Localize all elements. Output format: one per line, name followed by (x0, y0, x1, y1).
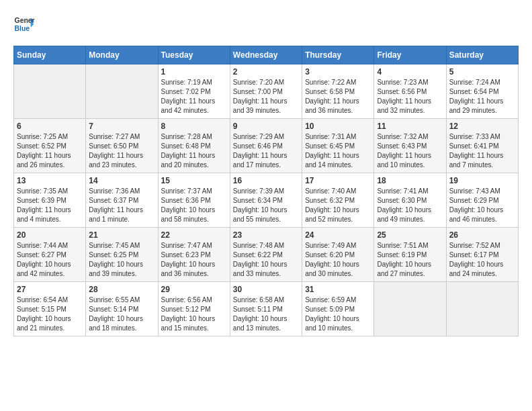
calendar-cell: 18Sunrise: 7:41 AM Sunset: 6:30 PM Dayli… (374, 173, 446, 228)
calendar-cell: 23Sunrise: 7:48 AM Sunset: 6:22 PM Dayli… (230, 228, 302, 282)
calendar-cell (374, 282, 446, 336)
calendar-cell: 8Sunrise: 7:28 AM Sunset: 6:48 PM Daylig… (158, 119, 230, 173)
day-number: 18 (377, 176, 443, 185)
day-info: Sunrise: 7:28 AM Sunset: 6:48 PM Dayligh… (161, 132, 227, 170)
logo: General Blue (13, 13, 38, 35)
day-number: 8 (161, 122, 227, 131)
calendar-cell: 10Sunrise: 7:31 AM Sunset: 6:45 PM Dayli… (302, 119, 374, 173)
column-header-friday: Friday (374, 46, 446, 64)
calendar-cell: 5Sunrise: 7:24 AM Sunset: 6:54 PM Daylig… (446, 64, 518, 119)
column-header-wednesday: Wednesday (230, 46, 302, 64)
day-info: Sunrise: 7:27 AM Sunset: 6:50 PM Dayligh… (89, 132, 154, 170)
day-info: Sunrise: 6:59 AM Sunset: 5:09 PM Dayligh… (305, 295, 371, 333)
day-number: 19 (449, 176, 515, 185)
day-number: 26 (449, 230, 515, 240)
calendar-cell: 21Sunrise: 7:45 AM Sunset: 6:25 PM Dayli… (86, 228, 158, 282)
day-number: 7 (89, 122, 154, 131)
day-number: 22 (161, 230, 227, 240)
day-info: Sunrise: 7:48 AM Sunset: 6:22 PM Dayligh… (233, 241, 299, 279)
day-number: 16 (233, 176, 299, 185)
calendar-header-row: SundayMondayTuesdayWednesdayThursdayFrid… (14, 46, 519, 64)
calendar-cell: 2Sunrise: 7:20 AM Sunset: 7:00 PM Daylig… (230, 64, 302, 119)
day-info: Sunrise: 7:29 AM Sunset: 6:46 PM Dayligh… (233, 132, 299, 170)
column-header-monday: Monday (86, 46, 158, 64)
day-info: Sunrise: 7:25 AM Sunset: 6:52 PM Dayligh… (17, 132, 83, 170)
day-number: 20 (17, 230, 83, 240)
calendar-cell (14, 64, 86, 119)
logo-icon: General Blue (13, 13, 35, 35)
calendar-cell: 13Sunrise: 7:35 AM Sunset: 6:39 PM Dayli… (14, 173, 86, 228)
day-info: Sunrise: 7:36 AM Sunset: 6:37 PM Dayligh… (89, 187, 154, 224)
day-number: 12 (449, 122, 515, 131)
calendar-table: SundayMondayTuesdayWednesdayThursdayFrid… (13, 46, 519, 336)
day-number: 17 (305, 176, 371, 185)
day-number: 21 (89, 230, 154, 240)
calendar-cell: 28Sunrise: 6:55 AM Sunset: 5:14 PM Dayli… (86, 282, 158, 336)
calendar-week-row: 6Sunrise: 7:25 AM Sunset: 6:52 PM Daylig… (14, 119, 519, 173)
calendar-cell: 16Sunrise: 7:39 AM Sunset: 6:34 PM Dayli… (230, 173, 302, 228)
calendar-week-row: 13Sunrise: 7:35 AM Sunset: 6:39 PM Dayli… (14, 173, 519, 228)
day-number: 28 (89, 285, 154, 294)
calendar-cell: 31Sunrise: 6:59 AM Sunset: 5:09 PM Dayli… (302, 282, 374, 336)
calendar-cell: 30Sunrise: 6:58 AM Sunset: 5:11 PM Dayli… (230, 282, 302, 336)
calendar-cell: 29Sunrise: 6:56 AM Sunset: 5:12 PM Dayli… (158, 282, 230, 336)
day-number: 25 (377, 230, 443, 240)
day-number: 6 (17, 122, 83, 131)
calendar-cell: 26Sunrise: 7:52 AM Sunset: 6:17 PM Dayli… (446, 228, 518, 282)
calendar-cell: 6Sunrise: 7:25 AM Sunset: 6:52 PM Daylig… (14, 119, 86, 173)
calendar-week-row: 20Sunrise: 7:44 AM Sunset: 6:27 PM Dayli… (14, 228, 519, 282)
column-header-sunday: Sunday (14, 46, 86, 64)
calendar-cell: 15Sunrise: 7:37 AM Sunset: 6:36 PM Dayli… (158, 173, 230, 228)
day-info: Sunrise: 7:31 AM Sunset: 6:45 PM Dayligh… (305, 132, 371, 170)
day-info: Sunrise: 7:41 AM Sunset: 6:30 PM Dayligh… (377, 187, 443, 224)
calendar-cell: 12Sunrise: 7:33 AM Sunset: 6:41 PM Dayli… (446, 119, 518, 173)
day-number: 30 (233, 285, 299, 294)
column-header-thursday: Thursday (302, 46, 374, 64)
day-info: Sunrise: 7:37 AM Sunset: 6:36 PM Dayligh… (161, 187, 227, 224)
day-number: 13 (17, 176, 83, 185)
day-info: Sunrise: 6:55 AM Sunset: 5:14 PM Dayligh… (89, 295, 154, 333)
calendar-cell (446, 282, 518, 336)
calendar-cell: 4Sunrise: 7:23 AM Sunset: 6:56 PM Daylig… (374, 64, 446, 119)
day-info: Sunrise: 7:32 AM Sunset: 6:43 PM Dayligh… (377, 132, 443, 170)
day-number: 4 (377, 67, 443, 77)
calendar-cell: 19Sunrise: 7:43 AM Sunset: 6:29 PM Dayli… (446, 173, 518, 228)
day-number: 3 (305, 67, 371, 77)
calendar-cell: 11Sunrise: 7:32 AM Sunset: 6:43 PM Dayli… (374, 119, 446, 173)
day-info: Sunrise: 7:33 AM Sunset: 6:41 PM Dayligh… (449, 132, 515, 170)
day-number: 5 (449, 67, 515, 77)
day-number: 1 (161, 67, 227, 77)
day-info: Sunrise: 7:44 AM Sunset: 6:27 PM Dayligh… (17, 241, 83, 279)
day-info: Sunrise: 7:24 AM Sunset: 6:54 PM Dayligh… (449, 78, 515, 116)
day-info: Sunrise: 7:39 AM Sunset: 6:34 PM Dayligh… (233, 187, 299, 224)
day-number: 15 (161, 176, 227, 185)
calendar-cell: 9Sunrise: 7:29 AM Sunset: 6:46 PM Daylig… (230, 119, 302, 173)
day-info: Sunrise: 7:52 AM Sunset: 6:17 PM Dayligh… (449, 241, 515, 279)
day-number: 9 (233, 122, 299, 131)
day-info: Sunrise: 7:45 AM Sunset: 6:25 PM Dayligh… (89, 241, 154, 279)
calendar-cell: 1Sunrise: 7:19 AM Sunset: 7:02 PM Daylig… (158, 64, 230, 119)
calendar-cell: 7Sunrise: 7:27 AM Sunset: 6:50 PM Daylig… (86, 119, 158, 173)
svg-text:Blue: Blue (15, 25, 30, 32)
day-number: 23 (233, 230, 299, 240)
day-info: Sunrise: 7:23 AM Sunset: 6:56 PM Dayligh… (377, 78, 443, 116)
calendar-cell: 22Sunrise: 7:47 AM Sunset: 6:23 PM Dayli… (158, 228, 230, 282)
page-header: General Blue (13, 13, 519, 35)
day-number: 27 (17, 285, 83, 294)
day-info: Sunrise: 6:58 AM Sunset: 5:11 PM Dayligh… (233, 295, 299, 333)
day-info: Sunrise: 7:20 AM Sunset: 7:00 PM Dayligh… (233, 78, 299, 116)
calendar-cell: 27Sunrise: 6:54 AM Sunset: 5:15 PM Dayli… (14, 282, 86, 336)
day-info: Sunrise: 6:56 AM Sunset: 5:12 PM Dayligh… (161, 295, 227, 333)
calendar-cell: 24Sunrise: 7:49 AM Sunset: 6:20 PM Dayli… (302, 228, 374, 282)
day-info: Sunrise: 7:47 AM Sunset: 6:23 PM Dayligh… (161, 241, 227, 279)
calendar-cell: 14Sunrise: 7:36 AM Sunset: 6:37 PM Dayli… (86, 173, 158, 228)
calendar-cell: 17Sunrise: 7:40 AM Sunset: 6:32 PM Dayli… (302, 173, 374, 228)
calendar-cell (86, 64, 158, 119)
calendar-week-row: 27Sunrise: 6:54 AM Sunset: 5:15 PM Dayli… (14, 282, 519, 336)
day-number: 31 (305, 285, 371, 294)
day-number: 10 (305, 122, 371, 131)
day-info: Sunrise: 7:35 AM Sunset: 6:39 PM Dayligh… (17, 187, 83, 224)
day-number: 14 (89, 176, 154, 185)
day-info: Sunrise: 7:49 AM Sunset: 6:20 PM Dayligh… (305, 241, 371, 279)
day-info: Sunrise: 7:22 AM Sunset: 6:58 PM Dayligh… (305, 78, 371, 116)
